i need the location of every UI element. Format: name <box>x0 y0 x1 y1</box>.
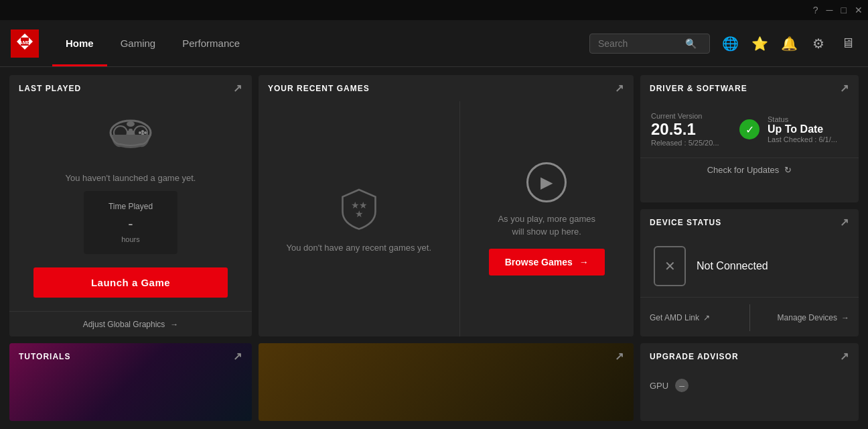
svg-point-12 <box>127 121 135 127</box>
gaming-card-header: ↗ <box>259 343 634 369</box>
driver-info: Current Version 20.5.1 Released : 5/25/2… <box>640 101 859 158</box>
check-updates-row[interactable]: Check for Updates ↻ <box>640 158 859 182</box>
last-played-expand[interactable]: ↗ <box>233 82 242 95</box>
nav-gaming[interactable]: Gaming <box>107 20 169 66</box>
last-played-title: LAST PLAYED <box>19 84 81 93</box>
gpu-label: GPU <box>650 381 668 391</box>
gaming-thumbnail-card: ↗ <box>259 343 634 421</box>
driver-expand[interactable]: ↗ <box>840 82 849 95</box>
driver-version-col: Current Version 20.5.1 Released : 5/25/2… <box>651 112 731 147</box>
recent-games-expand[interactable]: ↗ <box>615 82 624 95</box>
launch-game-button[interactable]: Launch a Game <box>33 267 228 298</box>
driver-header: DRIVER & SOFTWARE ↗ <box>640 75 859 101</box>
col3-top: DRIVER & SOFTWARE ↗ Current Version 20.5… <box>640 75 859 336</box>
last-played-card: LAST PLAYED ↗ <box>9 75 252 336</box>
svg-rect-7 <box>127 131 135 135</box>
shield-icon: ★ ★ ★ <box>336 185 382 232</box>
help-icon[interactable]: ? <box>813 5 818 15</box>
upgrade-advisor-header: UPGRADE ADVISOR ↗ <box>640 343 859 369</box>
phone-x-icon: ✕ <box>664 258 676 274</box>
device-status-header: DEVICE STATUS ↗ <box>640 209 859 235</box>
time-played-unit: hours <box>104 235 157 243</box>
recent-games-card: YOUR RECENT GAMES ↗ ★ ★ ★ You don't have… <box>259 75 634 336</box>
no-game-text: You haven't launched a game yet. <box>66 173 196 183</box>
display-icon[interactable]: 🖥 <box>839 34 857 53</box>
driver-release-date: Released : 5/25/20... <box>651 139 731 147</box>
last-checked: Last Checked : 6/1/... <box>768 135 848 143</box>
current-version-label: Current Version <box>651 112 731 120</box>
header-icons: 🌐 ⭐ 🔔 ⚙ 🖥 <box>721 34 857 53</box>
recent-games-left: ★ ★ ★ You don't have any recent games ye… <box>259 101 459 336</box>
status-check-icon: ✓ <box>739 119 760 139</box>
search-icon: 🔍 <box>685 38 697 49</box>
external-link-icon: ↗ <box>703 313 710 322</box>
title-bar: ? ─ □ ✕ <box>0 0 868 20</box>
check-updates-label: Check for Updates <box>707 165 780 175</box>
recent-games-body: ★ ★ ★ You don't have any recent games ye… <box>259 101 634 336</box>
adjust-graphics-link[interactable]: Adjust Global Graphics → <box>9 311 252 336</box>
gamepad-icon <box>107 115 154 160</box>
play-circle: ▶ <box>526 162 567 202</box>
adjust-graphics-label: Adjust Global Graphics <box>83 320 165 329</box>
recent-games-right: ▶ As you play, more gameswill show up he… <box>459 101 634 336</box>
device-status-card: DEVICE STATUS ↗ ✕ Not Connected Get AMD … <box>640 209 859 336</box>
driver-title: DRIVER & SOFTWARE <box>650 84 747 93</box>
status-value: Up To Date <box>768 123 848 135</box>
minimize-icon[interactable]: ─ <box>826 5 833 15</box>
header: AMD Home Gaming Performance 🔍 🌐 ⭐ 🔔 ⚙ 🖥 <box>0 20 868 67</box>
nav-performance[interactable]: Performance <box>169 20 253 66</box>
time-played-label: Time Played <box>104 202 157 211</box>
nav-home[interactable]: Home <box>52 20 107 66</box>
browse-arrow-icon: → <box>579 257 589 267</box>
adjust-graphics-arrow: → <box>170 320 178 329</box>
star-icon[interactable]: ⭐ <box>750 34 769 53</box>
gpu-minus-icon: – <box>675 379 689 392</box>
driver-version-number: 20.5.1 <box>651 120 731 139</box>
amd-logo[interactable]: AMD <box>11 29 39 58</box>
status-label: Status <box>768 115 848 123</box>
globe-icon[interactable]: 🌐 <box>721 34 739 53</box>
logo-text: AMD <box>15 32 34 54</box>
recent-games-header: YOUR RECENT GAMES ↗ <box>259 75 634 101</box>
svg-text:AMD: AMD <box>19 40 31 46</box>
search-input[interactable] <box>598 38 685 49</box>
manage-devices-arrow: → <box>841 313 849 322</box>
svg-point-8 <box>141 130 144 133</box>
driver-status-col: Status Up To Date Last Checked : 6/1/... <box>768 115 848 143</box>
manage-devices-link[interactable]: Manage Devices → <box>750 313 850 322</box>
close-icon[interactable]: ✕ <box>855 5 863 15</box>
get-amd-link-label: Get AMD Link <box>650 313 699 322</box>
svg-point-11 <box>139 131 141 134</box>
upgrade-advisor-card: UPGRADE ADVISOR ↗ GPU – <box>640 343 859 421</box>
search-box[interactable]: 🔍 <box>589 34 710 54</box>
tutorials-expand[interactable]: ↗ <box>233 350 242 363</box>
svg-text:★: ★ <box>355 208 364 219</box>
gaming-expand[interactable]: ↗ <box>615 350 624 363</box>
svg-point-9 <box>144 131 147 134</box>
main-nav: Home Gaming Performance <box>52 20 253 66</box>
device-status-title: DEVICE STATUS <box>650 218 721 227</box>
upgrade-expand[interactable]: ↗ <box>840 350 849 363</box>
last-played-inner: You haven't launched a game yet. Time Pl… <box>9 101 252 311</box>
get-amd-link[interactable]: Get AMD Link ↗ <box>650 313 749 322</box>
phone-icon: ✕ <box>654 246 686 286</box>
not-connected-text: Not Connected <box>697 260 768 272</box>
device-inner: ✕ Not Connected <box>640 235 859 297</box>
refresh-icon: ↻ <box>784 165 792 175</box>
browse-games-button[interactable]: Browse Games → <box>489 249 605 275</box>
settings-icon[interactable]: ⚙ <box>809 34 828 53</box>
maximize-icon[interactable]: □ <box>841 5 847 15</box>
upgrade-inner: GPU – <box>640 369 859 402</box>
driver-software-card: DRIVER & SOFTWARE ↗ Current Version 20.5… <box>640 75 859 202</box>
as-you-play-text: As you play, more gameswill show up here… <box>498 213 595 237</box>
no-recent-text: You don't have any recent games yet. <box>286 243 431 253</box>
device-expand[interactable]: ↗ <box>840 216 849 229</box>
last-played-header: LAST PLAYED ↗ <box>9 75 252 101</box>
content-area: LAST PLAYED ↗ <box>0 67 868 429</box>
tutorials-header: TUTORIALS ↗ <box>9 343 252 369</box>
bell-icon[interactable]: 🔔 <box>780 34 798 53</box>
tutorials-title: TUTORIALS <box>19 352 70 361</box>
device-actions: Get AMD Link ↗ Manage Devices → <box>640 297 859 336</box>
manage-devices-label: Manage Devices <box>778 313 837 322</box>
upgrade-advisor-title: UPGRADE ADVISOR <box>650 352 739 361</box>
